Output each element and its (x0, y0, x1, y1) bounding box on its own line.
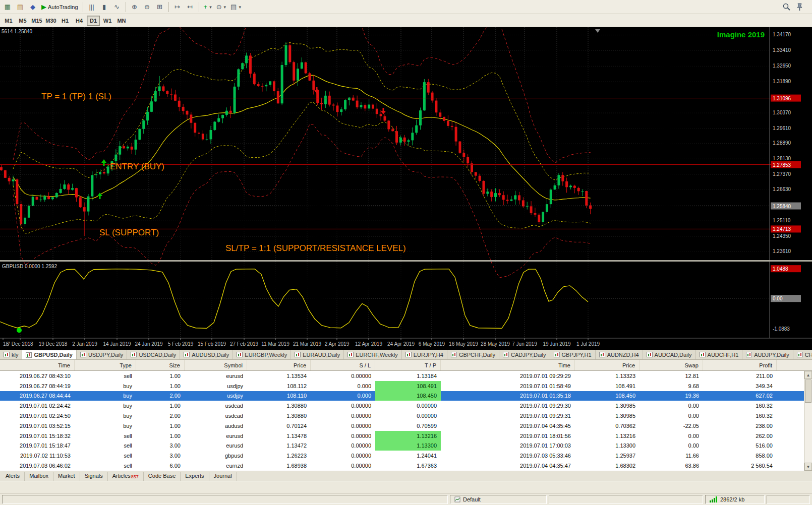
chart-tab-audusd-daily[interactable]: AUDUSD,Daily (180, 350, 233, 359)
chart-tab-eurgbp-weekly[interactable]: EURGBP,Weekly (233, 350, 291, 359)
cell-time: 2019.06.27 08:44:44 (0, 391, 75, 401)
zoom-in-icon: ⊕ (132, 4, 137, 10)
history-row-usdjpy-2[interactable]: 2019.06.27 08:44:44buy2.00usdjpy108.1100… (0, 391, 812, 401)
chart-tab-euraud-daily[interactable]: EURAUD,Daily (291, 350, 344, 359)
terminal-tab-articles[interactable]: Articles857 (108, 472, 144, 481)
history-row-eurnzd-9[interactable]: 2019.07.03 06:46:02sell6.00eurnzd1.68938… (0, 461, 812, 471)
timeframe-w1-button[interactable]: W1 (101, 16, 114, 26)
terminal-tab-alerts[interactable]: Alerts (1, 472, 25, 481)
zoom-in-button[interactable]: ⊕ (129, 2, 141, 13)
timeframe-m1-button[interactable]: M1 (2, 16, 15, 26)
history-row-eurusd-0[interactable]: 2019.06.27 08:43:10sell1.00eurusd1.13534… (0, 371, 812, 381)
chart-tab-gbpjpy-h1[interactable]: GBPJPY,H1 (550, 350, 596, 359)
zoom-out-button[interactable]: ⊖ (141, 2, 153, 13)
auto-scroll-button[interactable]: ↦ (171, 2, 184, 13)
timeframe-m30-button[interactable]: M30 (44, 16, 57, 26)
cell-time: 2019.07.01 01:35:18 (441, 391, 575, 401)
autotrading-button[interactable]: ▶AutoTrading (39, 2, 80, 13)
search-icon[interactable] (782, 3, 791, 11)
periods-button[interactable]: ⊙▾ (214, 2, 228, 13)
scroll-up-arrow-icon[interactable]: ▲ (804, 371, 812, 379)
terminal-tab-signals[interactable]: Signals (80, 472, 108, 481)
chart-tab-gbpusd-daily[interactable]: GBPUSD,Daily (22, 350, 76, 359)
chart-tab-usdcad-daily[interactable]: USDCAD,Daily (127, 350, 180, 359)
terminal-tab-code-base[interactable]: Code Base (144, 472, 181, 481)
cell-type: buy (75, 391, 136, 401)
timeframe-mn-button[interactable]: MN (115, 16, 128, 26)
svg-text:1.25840: 1.25840 (773, 204, 791, 209)
new-chart-button[interactable]: ▦ (2, 2, 14, 13)
timeframe-h1-button[interactable]: H1 (59, 16, 72, 26)
timeframe-m5-button[interactable]: M5 (16, 16, 29, 26)
chart-tab-eurchf-weekly[interactable]: EURCHF,Weekly (344, 350, 402, 359)
column-header-type[interactable]: Type (75, 360, 136, 370)
chart-tab-usdjpy-daily[interactable]: USDJPY,Daily (77, 350, 128, 359)
new-order-button[interactable]: ◆ (27, 2, 39, 13)
line-chart-mode-button[interactable]: ∿ (111, 2, 123, 13)
tile-windows-button[interactable]: ⊞ (154, 2, 166, 13)
templates-button[interactable]: ▤▾ (228, 2, 243, 13)
history-row-gbpusd-8[interactable]: 2019.07.02 11:10:53sell3.00gbpusd1.26223… (0, 451, 812, 461)
cell-symbol: audusd (185, 421, 247, 431)
chart-shift-button[interactable]: ↤ (184, 2, 196, 13)
pin-icon[interactable] (796, 3, 803, 11)
column-header-time[interactable]: Time (0, 360, 75, 370)
column-header-swap[interactable]: Swap (640, 360, 703, 370)
timeframe-d1-button[interactable]: D1 (87, 16, 100, 26)
column-header-price[interactable]: Price (247, 360, 311, 370)
terminal-tab-mailbox[interactable]: Mailbox (25, 472, 53, 481)
history-row-audusd-5[interactable]: 2019.07.01 03:52:15buy1.00audusd0.701240… (0, 421, 812, 431)
chart-tab-gbpchf-daily[interactable]: GBPCHF,Daily (447, 350, 499, 359)
profiles-button[interactable]: ▤ (14, 2, 26, 13)
chart-tab-chfjpy-weekly[interactable]: CHFJPY,Weekly (793, 350, 812, 359)
chart-tab-label: AUDNZD,H4 (607, 352, 639, 358)
terminal-tab-market[interactable]: Market (53, 472, 80, 481)
terminal-tab-journal[interactable]: Journal (209, 472, 237, 481)
candlestick-mode-icon: ▮ (102, 4, 106, 10)
chart-tab-audchf-h1[interactable]: AUDCHF,H1 (696, 350, 743, 359)
column-header-time[interactable]: Time (441, 360, 575, 370)
history-row-eurusd-7[interactable]: 2019.07.01 15:18:47sell3.00eurusd1.13472… (0, 441, 812, 451)
cell-price: 108.112 (247, 381, 311, 391)
scrollbar-thumb[interactable] (805, 380, 811, 403)
column-header-symbol[interactable]: Symbol (185, 360, 247, 370)
history-row-usdcad-3[interactable]: 2019.07.01 02:24:42buy1.00usdcad1.308800… (0, 401, 812, 411)
cell-size: 1.00 (136, 401, 185, 411)
column-header-sl[interactable]: S / L (311, 360, 375, 370)
indicators-button[interactable]: +▾ (202, 2, 214, 13)
chart-watermark: Imagine 2019 (717, 30, 765, 39)
cell-profit: 858.00 (703, 451, 777, 461)
chart-tab-eurjpy-h4[interactable]: EURJPY,H4 (402, 350, 447, 359)
column-header-profit[interactable]: Profit (703, 360, 777, 370)
terminal-tab-label: Signals (85, 473, 103, 479)
column-header-price[interactable]: Price (575, 360, 640, 370)
status-profile-panel[interactable]: Default (450, 495, 547, 504)
chart-tab-label: kly (12, 352, 18, 358)
column-header-tp[interactable]: T / P (375, 360, 441, 370)
history-row-eurusd-6[interactable]: 2019.07.01 15:18:32sell1.00eurusd1.13478… (0, 431, 812, 441)
cell-size: 3.00 (136, 441, 185, 451)
table-vertical-scrollbar[interactable]: ▲ ▼ (804, 371, 812, 471)
cell-tp: 1.13300 (375, 441, 441, 451)
history-row-usdjpy-1[interactable]: 2019.06.27 08:44:19buy1.00usdjpy108.1120… (0, 381, 812, 391)
chart-tab-label: USDJPY,Daily (88, 352, 124, 358)
chart-tab-audjpy-daily[interactable]: AUDJPY,Daily (742, 350, 793, 359)
terminal-tab-experts[interactable]: Experts (181, 472, 209, 481)
cell-swap: 0.00 (640, 401, 703, 411)
price-chart-canvas[interactable]: 1.310961.278531.247131.258401.341701.334… (0, 27, 812, 350)
cell-time: 2019.07.01 15:18:47 (0, 441, 75, 451)
chart-tab-audcad-daily[interactable]: AUDCAD,Daily (643, 350, 696, 359)
column-header-size[interactable]: Size (136, 360, 185, 370)
timeframe-m15-button[interactable]: M15 (30, 16, 43, 26)
svg-text:15 Feb 2019: 15 Feb 2019 (198, 341, 226, 347)
history-row-usdcad-4[interactable]: 2019.07.01 02:24:50buy2.00usdcad1.308800… (0, 411, 812, 421)
cell-type: buy (75, 411, 136, 421)
candlestick-mode-button[interactable]: ▮ (98, 2, 110, 13)
chart-tab-cadjpy-daily[interactable]: CADJPY,Daily (499, 350, 550, 359)
chart-tab-kly[interactable]: kly (0, 350, 22, 359)
svg-text:2 Apr 2019: 2 Apr 2019 (325, 341, 350, 347)
chart-tab-audnzd-h4[interactable]: AUDNZD,H4 (596, 350, 643, 359)
bar-chart-mode-button[interactable]: ||| (86, 2, 98, 13)
timeframe-h4-button[interactable]: H4 (73, 16, 86, 26)
scroll-down-arrow-icon[interactable]: ▼ (804, 463, 812, 471)
